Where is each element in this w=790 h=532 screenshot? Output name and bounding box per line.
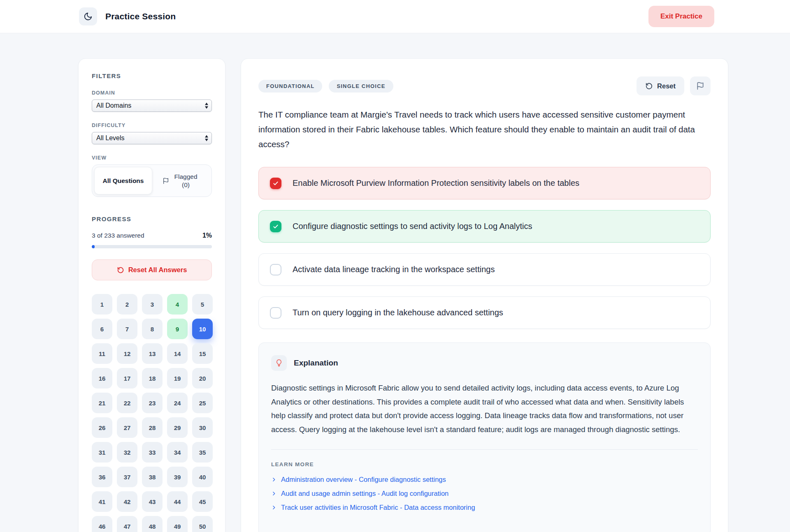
question-number-36[interactable]: 36 [92,467,112,487]
question-number-9[interactable]: 9 [167,319,188,339]
question-number-26[interactable]: 26 [92,417,112,438]
question-number-22[interactable]: 22 [117,393,137,413]
question-number-23[interactable]: 23 [142,393,163,413]
question-number-29[interactable]: 29 [167,417,188,438]
progress-heading: PROGRESS [92,215,212,222]
question-number-34[interactable]: 34 [167,442,188,463]
domain-select[interactable]: All Domains [92,99,212,112]
lightbulb-icon [271,355,287,371]
view-toggle: All Questions Flagged (0) [92,164,212,197]
question-number-10[interactable]: 10 [192,319,213,339]
question-number-5[interactable]: 5 [192,294,213,315]
question-number-30[interactable]: 30 [192,417,213,438]
option-label: Configure diagnostic settings to send ac… [293,222,532,231]
question-number-27[interactable]: 27 [117,417,137,438]
question-number-48[interactable]: 48 [142,516,163,532]
learn-more-link[interactable]: Track user activities in Microsoft Fabri… [271,504,698,511]
reset-question-button[interactable]: Reset [637,76,684,95]
question-grid: 1234567891011121314151617181920212223242… [92,294,212,532]
exit-practice-button[interactable]: Exit Practice [648,6,714,27]
tab-flagged-label: Flagged (0) [172,173,200,189]
answer-option[interactable]: Activate data lineage tracking in the wo… [258,253,711,286]
question-number-4[interactable]: 4 [167,294,188,315]
explanation-body: Diagnostic settings in Microsoft Fabric … [271,381,698,436]
question-number-13[interactable]: 13 [142,343,163,364]
chevron-right-icon [271,505,276,510]
question-number-43[interactable]: 43 [142,491,163,512]
tab-flagged[interactable]: Flagged (0) [152,167,209,194]
question-number-38[interactable]: 38 [142,467,163,487]
question-number-7[interactable]: 7 [117,319,137,339]
answer-options: Enable Microsoft Purview Information Pro… [258,167,711,329]
question-number-28[interactable]: 28 [142,417,163,438]
flag-icon [696,82,704,90]
reset-icon [645,82,653,90]
question-number-16[interactable]: 16 [92,368,112,389]
question-number-18[interactable]: 18 [142,368,163,389]
flag-icon [163,178,169,184]
explanation-panel: Explanation Diagnostic settings in Micro… [258,342,711,532]
question-number-12[interactable]: 12 [117,343,137,364]
learn-more-link-label: Track user activities in Microsoft Fabri… [281,504,475,511]
question-number-47[interactable]: 47 [117,516,137,532]
select-arrows-icon [205,135,208,141]
question-number-32[interactable]: 32 [117,442,137,463]
progress-bar [92,245,212,248]
question-number-31[interactable]: 31 [92,442,112,463]
question-number-11[interactable]: 11 [92,343,112,364]
reset-all-answers-label: Reset All Answers [128,266,187,274]
theme-toggle-button[interactable] [79,7,97,25]
question-text: The IT compliance team at Margie's Trave… [258,107,701,152]
question-number-37[interactable]: 37 [117,467,137,487]
chevron-right-icon [271,491,276,496]
question-number-3[interactable]: 3 [142,294,163,315]
explanation-title: Explanation [294,359,338,368]
difficulty-label: DIFFICULTY [92,123,212,128]
question-number-8[interactable]: 8 [142,319,163,339]
learn-more-heading: LEARN MORE [271,461,698,467]
difficulty-select[interactable]: All Levels [92,132,212,144]
question-number-46[interactable]: 46 [92,516,112,532]
domain-select-value: All Domains [96,102,131,109]
question-panel: FOUNDATIONAL SINGLE CHOICE Reset The IT … [241,58,728,532]
question-number-24[interactable]: 24 [167,393,188,413]
question-number-50[interactable]: 50 [192,516,213,532]
question-number-40[interactable]: 40 [192,467,213,487]
question-number-2[interactable]: 2 [117,294,137,315]
question-number-20[interactable]: 20 [192,368,213,389]
question-number-6[interactable]: 6 [92,319,112,339]
question-number-25[interactable]: 25 [192,393,213,413]
learn-more-link[interactable]: Administration overview - Configure diag… [271,476,698,483]
learn-more-link-label: Audit and usage admin settings - Audit l… [281,490,448,497]
answer-option[interactable]: Configure diagnostic settings to send ac… [258,210,711,243]
option-label: Turn on query logging in the lakehouse a… [293,308,503,317]
answer-option[interactable]: Enable Microsoft Purview Information Pro… [258,167,711,199]
reset-all-answers-button[interactable]: Reset All Answers [92,259,212,280]
progress-percent: 1% [202,232,212,239]
question-number-21[interactable]: 21 [92,393,112,413]
question-number-49[interactable]: 49 [167,516,188,532]
tab-all-questions[interactable]: All Questions [94,167,152,194]
reset-question-label: Reset [657,82,676,90]
check-icon [272,223,279,230]
header: Practice Session Exit Practice [0,0,790,33]
question-number-41[interactable]: 41 [92,491,112,512]
flag-question-button[interactable] [690,76,711,95]
question-number-35[interactable]: 35 [192,442,213,463]
question-number-19[interactable]: 19 [167,368,188,389]
question-number-17[interactable]: 17 [117,368,137,389]
question-number-33[interactable]: 33 [142,442,163,463]
question-number-42[interactable]: 42 [117,491,137,512]
badge-question-type: SINGLE CHOICE [329,80,393,93]
question-number-15[interactable]: 15 [192,343,213,364]
filters-heading: FILTERS [92,72,212,79]
progress-bar-fill [92,245,95,248]
learn-more-link[interactable]: Audit and usage admin settings - Audit l… [271,490,698,497]
question-number-44[interactable]: 44 [167,491,188,512]
question-number-1[interactable]: 1 [92,294,112,315]
learn-more-link-label: Administration overview - Configure diag… [281,476,446,483]
question-number-45[interactable]: 45 [192,491,213,512]
question-number-39[interactable]: 39 [167,467,188,487]
answer-option[interactable]: Turn on query logging in the lakehouse a… [258,296,711,329]
question-number-14[interactable]: 14 [167,343,188,364]
